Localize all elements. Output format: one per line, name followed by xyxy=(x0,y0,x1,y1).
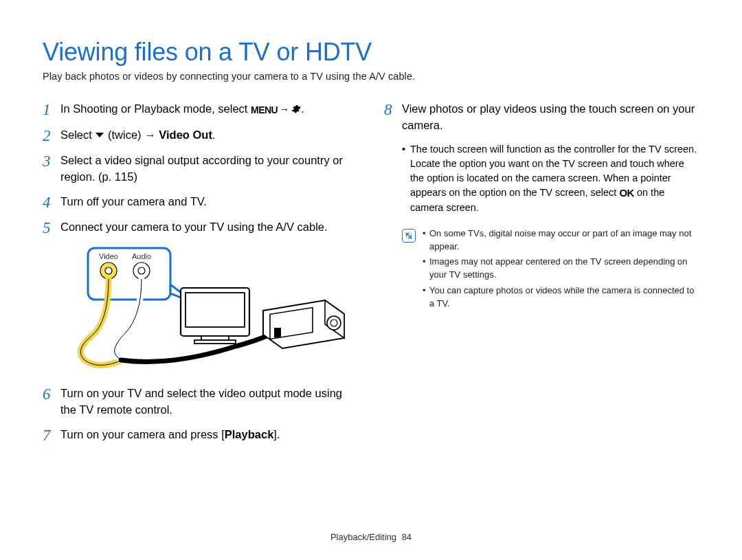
note-icon xyxy=(402,229,416,243)
step-2: 2 Select (twice) → Video Out. xyxy=(43,127,358,144)
video-out-label: Video Out xyxy=(159,128,212,141)
arrow-icon: → xyxy=(279,102,289,117)
right-column: 8 View photos or play videos using the t… xyxy=(384,101,699,452)
bullet-item: The touch screen will function as the co… xyxy=(402,142,699,215)
step-8: 8 View photos or play videos using the t… xyxy=(384,101,699,134)
left-column: 1 In Shooting or Playback mode, select M… xyxy=(43,101,358,452)
step-number: 4 xyxy=(43,194,60,211)
step-post: . xyxy=(212,128,216,141)
step-body: Turn on your TV and select the video out… xyxy=(60,385,358,418)
note-box: On some TVs, digital noise may occur or … xyxy=(402,227,699,313)
step-number: 7 xyxy=(43,427,60,444)
step-body: Turn on your camera and press [Playback]… xyxy=(60,427,358,443)
video-plug-label: Video xyxy=(99,252,118,260)
svg-point-4 xyxy=(138,267,145,274)
step-number: 1 xyxy=(43,101,60,118)
page-title: Viewing files on a TV or HDTV xyxy=(43,38,699,67)
step-number: 3 xyxy=(43,153,60,170)
step-5: 5 Connect your camera to your TV using t… xyxy=(43,219,358,236)
step-8-details: The touch screen will function as the co… xyxy=(402,142,699,215)
page-footer: Playback/Editing 84 xyxy=(0,532,742,542)
footer-section: Playback/Editing xyxy=(330,532,396,542)
step-text: In Shooting or Playback mode, select xyxy=(60,102,251,115)
step-3: 3 Select a video signal output according… xyxy=(43,153,358,186)
step-post: . xyxy=(301,102,304,115)
step-pre: Turn on your camera and press [ xyxy=(60,428,225,440)
chevron-down-icon xyxy=(95,128,104,144)
step-pre: Select xyxy=(60,128,95,141)
svg-rect-6 xyxy=(186,293,245,327)
step-6: 6 Turn on your TV and select the video o… xyxy=(43,385,358,418)
step-body: View photos or play videos using the tou… xyxy=(402,101,699,134)
step-7: 7 Turn on your camera and press [Playbac… xyxy=(43,427,358,444)
av-cable-diagram: Video Audio xyxy=(60,247,358,373)
step-body: Select a video signal output according t… xyxy=(60,153,358,186)
step-body: Connect your camera to your TV using the… xyxy=(60,219,358,236)
svg-point-11 xyxy=(330,320,337,326)
step-1: 1 In Shooting or Playback mode, select M… xyxy=(43,101,358,119)
note-item: On some TVs, digital noise may occur or … xyxy=(423,227,699,254)
note-item: Images may not appear centered on the TV… xyxy=(423,256,699,282)
ok-icon: OK xyxy=(619,186,634,201)
step-number: 6 xyxy=(43,385,60,403)
step-body: In Shooting or Playback mode, select MEN… xyxy=(60,101,358,119)
content-columns: 1 In Shooting or Playback mode, select M… xyxy=(43,101,699,452)
step-number: 5 xyxy=(43,219,60,236)
gear-icon xyxy=(291,102,301,119)
svg-rect-12 xyxy=(274,328,281,337)
note-list: On some TVs, digital noise may occur or … xyxy=(423,227,699,313)
playback-label: Playback xyxy=(225,428,274,440)
step-mid: (twice) → xyxy=(104,128,159,141)
footer-page-number: 84 xyxy=(402,532,412,542)
step-body: Turn off your camera and TV. xyxy=(60,194,358,210)
svg-point-2 xyxy=(105,267,112,274)
svg-rect-8 xyxy=(194,340,236,344)
step-number: 8 xyxy=(384,101,402,118)
step-body: Select (twice) → Video Out. xyxy=(60,127,358,144)
note-item: You can capture photos or videos while t… xyxy=(423,284,699,311)
audio-plug-label: Audio xyxy=(132,252,151,260)
step-post: ]. xyxy=(273,428,280,440)
menu-icon: MENU xyxy=(251,103,278,117)
step-4: 4 Turn off your camera and TV. xyxy=(43,194,358,211)
step-number: 2 xyxy=(43,127,60,144)
page-subtitle: Play back photos or videos by connecting… xyxy=(43,71,699,82)
